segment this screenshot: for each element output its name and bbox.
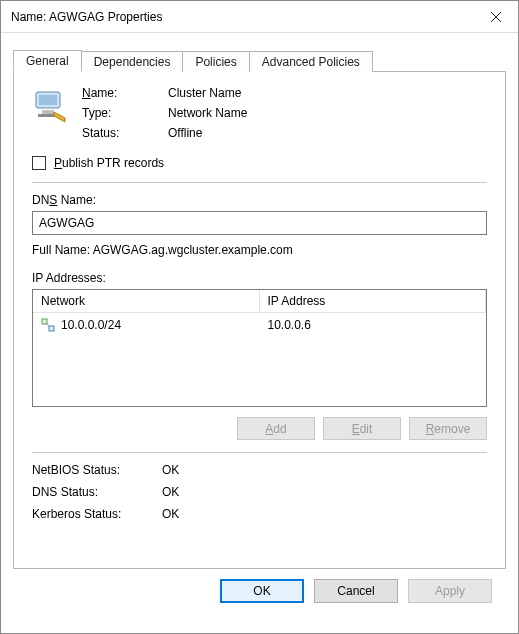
ip-addresses-label: IP Addresses: (32, 271, 487, 285)
netbios-status-label: NetBIOS Status: (32, 463, 162, 477)
type-value: Network Name (168, 106, 247, 120)
table-row[interactable]: 10.0.0.0/24 10.0.0.6 (33, 313, 486, 337)
kerberos-status-value: OK (162, 507, 487, 521)
separator-2 (32, 452, 487, 453)
tab-advanced-policies[interactable]: Advanced Policies (249, 51, 373, 72)
netbios-status-value: OK (162, 463, 487, 477)
publish-ptr-label: Publish PTR records (54, 156, 164, 170)
cell-ip: 10.0.0.6 (268, 318, 311, 332)
apply-button[interactable]: Apply (408, 579, 492, 603)
kerberos-status-label: Kerberos Status: (32, 507, 162, 521)
dns-status-value: OK (162, 485, 487, 499)
dns-status-label: DNS Status: (32, 485, 162, 499)
name-value: Cluster Name (168, 86, 247, 100)
ip-addresses-table: Network IP Address 10.0.0.0/24 10.0.0.6 (32, 289, 487, 407)
add-button[interactable]: Add (237, 417, 315, 440)
tab-policies[interactable]: Policies (182, 51, 249, 72)
titlebar: Name: AGWGAG Properties (1, 1, 518, 33)
svg-rect-7 (42, 319, 47, 324)
dns-name-label: DNS Name: (32, 193, 487, 207)
tab-strip: General Dependencies Policies Advanced P… (13, 47, 506, 71)
column-header-network[interactable]: Network (33, 290, 260, 312)
dns-name-input[interactable] (32, 211, 487, 235)
status-value: Offline (168, 126, 247, 140)
network-icon (41, 318, 55, 332)
svg-rect-3 (39, 95, 57, 105)
name-label: Name: (82, 86, 162, 100)
edit-button[interactable]: Edit (323, 417, 401, 440)
type-label: Type: (82, 106, 162, 120)
close-icon (491, 12, 501, 22)
publish-ptr-checkbox[interactable] (32, 156, 46, 170)
status-label: Status: (82, 126, 162, 140)
svg-marker-6 (54, 112, 65, 122)
svg-rect-4 (42, 110, 54, 114)
svg-rect-8 (49, 326, 54, 331)
tab-panel-general: Name: Cluster Name Type: Network Name St… (13, 71, 506, 569)
remove-button[interactable]: Remove (409, 417, 487, 440)
resource-icon (32, 86, 82, 124)
full-name-text: Full Name: AGWGAG.ag.wgcluster.example.c… (32, 243, 487, 257)
ok-button[interactable]: OK (220, 579, 304, 603)
window-title: Name: AGWGAG Properties (11, 10, 162, 24)
svg-line-9 (47, 324, 49, 326)
column-header-ip[interactable]: IP Address (260, 290, 487, 312)
separator (32, 182, 487, 183)
cell-network: 10.0.0.0/24 (61, 318, 121, 332)
cancel-button[interactable]: Cancel (314, 579, 398, 603)
close-button[interactable] (474, 1, 518, 33)
tab-dependencies[interactable]: Dependencies (81, 51, 184, 72)
tab-general[interactable]: General (13, 50, 82, 72)
